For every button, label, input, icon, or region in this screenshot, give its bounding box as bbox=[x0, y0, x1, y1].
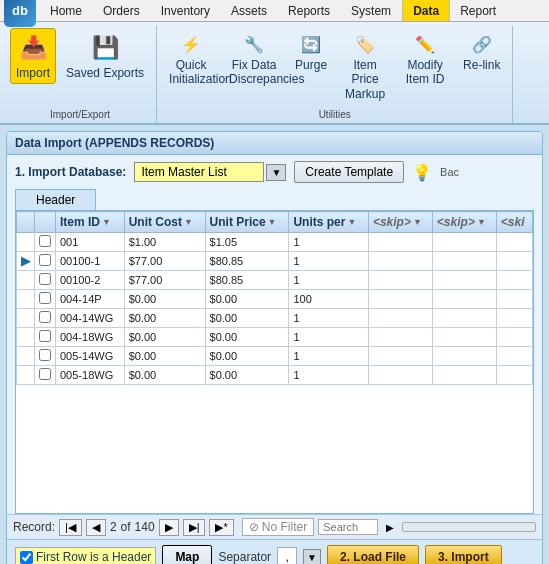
col-label-unitcost: Unit Cost bbox=[129, 215, 182, 229]
row-checkbox[interactable] bbox=[39, 349, 51, 361]
row-checkbox[interactable] bbox=[39, 292, 51, 304]
table-row[interactable]: 00100-2$77.00$80.851 bbox=[17, 271, 533, 290]
nav-reports[interactable]: Reports bbox=[278, 0, 341, 21]
create-template-button[interactable]: Create Template bbox=[294, 161, 404, 183]
nav-report[interactable]: Report bbox=[450, 0, 507, 21]
separator-dropdown[interactable]: ▼ bbox=[303, 549, 321, 564]
ribbon-btn-item-price[interactable]: 🏷️ Item Price Markup bbox=[337, 28, 393, 105]
table-cell bbox=[496, 347, 532, 366]
nav-prev-btn[interactable]: ◀ bbox=[86, 519, 106, 536]
first-row-header-checkbox-label[interactable]: First Row is a Header bbox=[15, 547, 156, 564]
grid-table: Item ID ▼ Unit Cost ▼ Un bbox=[16, 211, 533, 385]
ribbon-btn-quick-init[interactable]: ⚡ Quick Initialization bbox=[163, 28, 219, 91]
import-panel: Data Import (APPENDS RECORDS) 1. Import … bbox=[6, 131, 543, 564]
nav-new-btn[interactable]: ▶* bbox=[209, 519, 233, 536]
map-button[interactable]: Map bbox=[162, 545, 212, 564]
nav-next-btn[interactable]: ▶ bbox=[159, 519, 179, 536]
col-label-skip1: <skip> bbox=[373, 215, 411, 229]
import-button[interactable]: 3. Import bbox=[425, 545, 502, 564]
col-arrow-unitsper[interactable]: ▼ bbox=[347, 217, 356, 227]
ribbon-btn-purge[interactable]: 🔄 Purge bbox=[289, 28, 333, 76]
import-db-row: 1. Import Database: ▼ Create Template 💡 … bbox=[7, 155, 542, 189]
table-cell bbox=[496, 366, 532, 385]
import-icon: 📥 bbox=[17, 32, 49, 64]
record-label: Record: bbox=[13, 520, 55, 534]
nav-assets[interactable]: Assets bbox=[221, 0, 278, 21]
back-label[interactable]: Bac bbox=[440, 166, 459, 178]
col-arrow-unitprice[interactable]: ▼ bbox=[268, 217, 277, 227]
header-row: Item ID ▼ Unit Cost ▼ Un bbox=[17, 212, 533, 233]
ribbon-btn-relink[interactable]: 🔗 Re-link bbox=[457, 28, 506, 76]
row-checkbox[interactable] bbox=[39, 273, 51, 285]
row-indicator bbox=[17, 290, 35, 309]
table-cell: $0.00 bbox=[205, 328, 289, 347]
item-price-icon: 🏷️ bbox=[353, 32, 377, 56]
table-row[interactable]: 005-18WG$0.00$0.001 bbox=[17, 366, 533, 385]
table-row[interactable]: 004-14P$0.00$0.00100 bbox=[17, 290, 533, 309]
col-label-unitsper: Units per bbox=[293, 215, 345, 229]
separator-input[interactable] bbox=[277, 547, 297, 564]
ribbon-btn-saved-exports[interactable]: 💾 Saved Exports bbox=[60, 28, 150, 84]
filter-text: No Filter bbox=[262, 520, 307, 534]
row-checkbox[interactable] bbox=[39, 368, 51, 380]
col-arrow-skip2[interactable]: ▼ bbox=[477, 217, 486, 227]
search-box[interactable] bbox=[318, 519, 378, 535]
saved-exports-label: Saved Exports bbox=[66, 66, 144, 80]
row-checkbox[interactable] bbox=[39, 254, 51, 266]
table-cell bbox=[368, 271, 432, 290]
nav-home[interactable]: Home bbox=[40, 0, 93, 21]
load-file-button[interactable]: 2. Load File bbox=[327, 545, 419, 564]
table-row[interactable]: ▶00100-1$77.00$80.851 bbox=[17, 252, 533, 271]
table-cell bbox=[432, 252, 496, 271]
db-select-input[interactable] bbox=[134, 162, 264, 182]
table-cell bbox=[432, 233, 496, 252]
table-cell: 005-14WG bbox=[56, 347, 125, 366]
nav-first-btn[interactable]: |◀ bbox=[59, 519, 82, 536]
table-cell bbox=[496, 290, 532, 309]
ribbon-btn-import[interactable]: 📥 Import bbox=[10, 28, 56, 84]
table-cell: 1 bbox=[289, 347, 368, 366]
col-arrow-itemid[interactable]: ▼ bbox=[102, 217, 111, 227]
col-arrow-unitcost[interactable]: ▼ bbox=[184, 217, 193, 227]
first-row-header-checkbox[interactable] bbox=[20, 551, 33, 564]
table-cell: 100 bbox=[289, 290, 368, 309]
table-cell bbox=[432, 290, 496, 309]
modify-id-icon: ✏️ bbox=[413, 32, 437, 56]
row-checkbox[interactable] bbox=[39, 330, 51, 342]
table-cell: 1 bbox=[289, 309, 368, 328]
grid-body: 001$1.00$1.051▶00100-1$77.00$80.85100100… bbox=[17, 233, 533, 385]
row-checkbox-cell bbox=[35, 366, 56, 385]
col-label-skip2: <skip> bbox=[437, 215, 475, 229]
nav-orders[interactable]: Orders bbox=[93, 0, 151, 21]
table-row[interactable]: 005-14WG$0.00$0.001 bbox=[17, 347, 533, 366]
table-cell: $80.85 bbox=[205, 252, 289, 271]
row-checkbox-cell bbox=[35, 271, 56, 290]
row-checkbox[interactable] bbox=[39, 235, 51, 247]
col-header-itemid: Item ID ▼ bbox=[56, 212, 125, 233]
nav-system[interactable]: System bbox=[341, 0, 402, 21]
top-nav: db Home Orders Inventory Assets Reports … bbox=[0, 0, 549, 22]
table-row[interactable]: 001$1.00$1.051 bbox=[17, 233, 533, 252]
table-row[interactable]: 004-14WG$0.00$0.001 bbox=[17, 309, 533, 328]
ribbon-btn-fix-data[interactable]: 🔧 Fix Data Discrepancies bbox=[223, 28, 285, 91]
col-header-unitcost: Unit Cost ▼ bbox=[124, 212, 205, 233]
nav-last-btn[interactable]: ▶| bbox=[183, 519, 206, 536]
table-row[interactable]: 004-18WG$0.00$0.001 bbox=[17, 328, 533, 347]
table-cell: $0.00 bbox=[205, 366, 289, 385]
ribbon-btn-modify-id[interactable]: ✏️ Modify Item ID bbox=[397, 28, 453, 91]
table-cell: $0.00 bbox=[124, 347, 205, 366]
nav-scrollbar[interactable] bbox=[402, 522, 536, 532]
table-cell bbox=[432, 366, 496, 385]
table-cell bbox=[496, 309, 532, 328]
db-dropdown-arrow[interactable]: ▼ bbox=[266, 164, 286, 181]
nav-inventory[interactable]: Inventory bbox=[151, 0, 221, 21]
quick-init-label: Quick Initialization bbox=[169, 58, 213, 87]
table-cell: $1.05 bbox=[205, 233, 289, 252]
table-cell: $0.00 bbox=[124, 290, 205, 309]
record-current: 2 bbox=[110, 520, 117, 534]
row-checkbox[interactable] bbox=[39, 311, 51, 323]
nav-data[interactable]: Data bbox=[402, 0, 450, 21]
header-tab[interactable]: Header bbox=[15, 189, 96, 210]
col-arrow-skip1[interactable]: ▼ bbox=[413, 217, 422, 227]
table-cell bbox=[496, 233, 532, 252]
